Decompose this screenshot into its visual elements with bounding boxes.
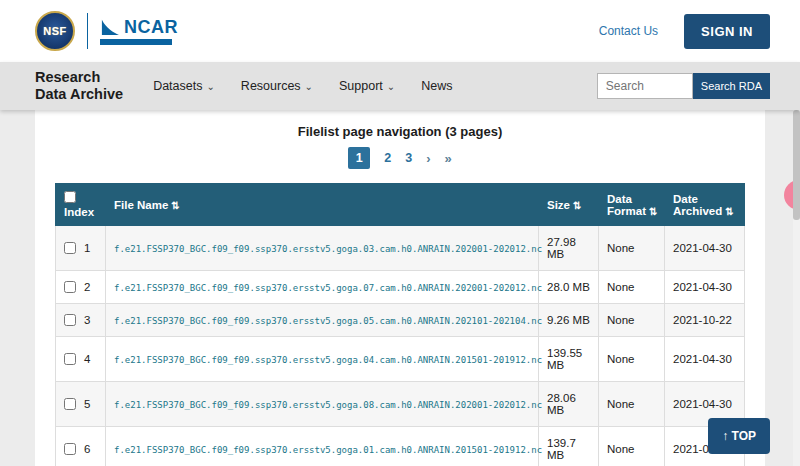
ncar-logo-bar xyxy=(100,39,172,45)
filelist-pagination-title: Filelist page navigation (3 pages) xyxy=(55,124,745,139)
sort-icon[interactable]: ⇅ xyxy=(725,206,733,217)
data-format: None xyxy=(599,226,665,271)
main-navbar: Research Data Archive Datasets ⌄ Resourc… xyxy=(0,62,800,110)
date-archived: 2021-04-30 xyxy=(665,271,745,304)
date-archived: 2021-04-30 xyxy=(665,337,745,382)
nav-items: Datasets ⌄ Resources ⌄ Support ⌄ News xyxy=(153,79,452,93)
scrollbar-thumb[interactable] xyxy=(793,110,800,220)
file-size: 28.06 MB xyxy=(539,382,599,427)
nav-item-label: News xyxy=(421,79,452,93)
chevron-down-icon: ⌄ xyxy=(387,81,395,92)
main-content: Filelist page navigation (3 pages) 1 2 3… xyxy=(35,110,765,466)
file-link[interactable]: f.e21.FSSP370_BGC.f09_f09.ssp370.ersstv5… xyxy=(114,244,542,254)
nav-item-label: Datasets xyxy=(153,79,202,93)
sort-icon[interactable]: ⇅ xyxy=(649,206,657,217)
header-file-name-label: File Name xyxy=(114,199,168,211)
row-index: 2 xyxy=(84,281,90,293)
brand-line1: Research xyxy=(35,69,123,86)
ncar-logo-text: NCAR xyxy=(124,18,178,36)
data-format: None xyxy=(599,304,665,337)
nav-item-news[interactable]: News xyxy=(421,79,452,93)
data-format: None xyxy=(599,382,665,427)
header-data-format[interactable]: Data Format⇅ xyxy=(599,184,665,226)
data-format: None xyxy=(599,271,665,304)
header-index: Index xyxy=(56,184,106,226)
scrollbar[interactable] xyxy=(793,110,800,466)
logo-divider xyxy=(87,13,88,49)
row-index: 5 xyxy=(84,398,90,410)
sign-in-button[interactable]: SIGN IN xyxy=(684,14,770,49)
header-file-name[interactable]: File Name⇅ xyxy=(106,184,539,226)
nav-item-label: Support xyxy=(339,79,383,93)
sort-icon[interactable]: ⇅ xyxy=(171,200,179,211)
data-format: None xyxy=(599,427,665,466)
search-input[interactable] xyxy=(597,73,693,99)
contact-us-link[interactable]: Contact Us xyxy=(599,24,658,38)
chevron-down-icon: ⌄ xyxy=(206,81,214,92)
ncar-sail-icon xyxy=(100,18,120,36)
file-link[interactable]: f.e21.FSSP370_BGC.f09_f09.ssp370.ersstv5… xyxy=(114,283,542,293)
table-row: 6 f.e21.FSSP370_BGC.f09_f09.ssp370.ersst… xyxy=(56,427,745,466)
nav-item-support[interactable]: Support ⌄ xyxy=(339,79,395,93)
file-size: 139.7 MB xyxy=(539,427,599,466)
ncar-logo-top: NCAR xyxy=(100,18,178,36)
last-page-button[interactable]: » xyxy=(445,151,452,166)
nsf-logo-text: NSF xyxy=(43,25,67,37)
back-to-top-button[interactable]: ↑ TOP xyxy=(708,418,770,454)
row-index: 6 xyxy=(84,443,90,455)
pagination: 1 2 3 › » xyxy=(55,147,745,169)
nav-item-datasets[interactable]: Datasets ⌄ xyxy=(153,79,215,93)
header-date-archived[interactable]: Date Archived⇅ xyxy=(665,184,745,226)
row-checkbox[interactable] xyxy=(64,443,76,455)
ncar-logo[interactable]: NCAR xyxy=(100,18,178,45)
nsf-logo[interactable]: NSF xyxy=(35,11,75,51)
data-format: None xyxy=(599,337,665,382)
chevron-down-icon: ⌄ xyxy=(305,81,313,92)
row-index: 1 xyxy=(84,242,90,254)
header-size[interactable]: Size⇅ xyxy=(539,184,599,226)
row-index: 4 xyxy=(84,353,90,365)
header-size-label: Size xyxy=(547,199,570,211)
row-index: 3 xyxy=(84,314,90,326)
row-checkbox[interactable] xyxy=(64,398,76,410)
top-header: NSF NCAR Contact Us SIGN IN xyxy=(0,0,800,62)
sort-icon[interactable]: ⇅ xyxy=(573,200,581,211)
date-archived: 2021-10-22 xyxy=(665,304,745,337)
table-row: 2 f.e21.FSSP370_BGC.f09_f09.ssp370.ersst… xyxy=(56,271,745,304)
header-data-format-label: Data Format xyxy=(607,193,646,217)
table-header: Index File Name⇅ Size⇅ Data Format⇅ Date… xyxy=(56,184,745,226)
header-right: Contact Us SIGN IN xyxy=(599,14,770,49)
logo-group: NSF NCAR xyxy=(35,11,178,51)
file-link[interactable]: f.e21.FSSP370_BGC.f09_f09.ssp370.ersstv5… xyxy=(114,445,542,455)
search-area: Search RDA xyxy=(597,73,770,99)
table-row: 4 f.e21.FSSP370_BGC.f09_f09.ssp370.ersst… xyxy=(56,337,745,382)
page-1-button[interactable]: 1 xyxy=(348,147,370,169)
file-size: 27.98 MB xyxy=(539,226,599,271)
site-brand[interactable]: Research Data Archive xyxy=(35,69,123,102)
page-2-button[interactable]: 2 xyxy=(384,151,391,165)
table-body: 1 f.e21.FSSP370_BGC.f09_f09.ssp370.ersst… xyxy=(56,226,745,466)
filelist-table: Index File Name⇅ Size⇅ Data Format⇅ Date… xyxy=(55,183,745,466)
file-size: 9.26 MB xyxy=(539,304,599,337)
page-3-button[interactable]: 3 xyxy=(405,151,412,165)
search-rda-button[interactable]: Search RDA xyxy=(693,73,770,99)
table-row: 1 f.e21.FSSP370_BGC.f09_f09.ssp370.ersst… xyxy=(56,226,745,271)
select-all-checkbox[interactable] xyxy=(64,191,76,203)
row-checkbox[interactable] xyxy=(64,242,76,254)
row-checkbox[interactable] xyxy=(64,314,76,326)
file-link[interactable]: f.e21.FSSP370_BGC.f09_f09.ssp370.ersstv5… xyxy=(114,316,542,326)
table-row: 5 f.e21.FSSP370_BGC.f09_f09.ssp370.ersst… xyxy=(56,382,745,427)
file-size: 139.55 MB xyxy=(539,337,599,382)
nav-item-resources[interactable]: Resources ⌄ xyxy=(241,79,313,93)
file-link[interactable]: f.e21.FSSP370_BGC.f09_f09.ssp370.ersstv5… xyxy=(114,400,542,410)
header-date-archived-label: Date Archived xyxy=(673,193,722,217)
brand-line2: Data Archive xyxy=(35,86,123,103)
file-size: 28.0 MB xyxy=(539,271,599,304)
row-checkbox[interactable] xyxy=(64,353,76,365)
next-page-button[interactable]: › xyxy=(426,151,430,166)
date-archived: 2021-04-30 xyxy=(665,226,745,271)
file-link[interactable]: f.e21.FSSP370_BGC.f09_f09.ssp370.ersstv5… xyxy=(114,355,542,365)
row-checkbox[interactable] xyxy=(64,281,76,293)
header-index-label: Index xyxy=(64,206,94,218)
nav-item-label: Resources xyxy=(241,79,301,93)
